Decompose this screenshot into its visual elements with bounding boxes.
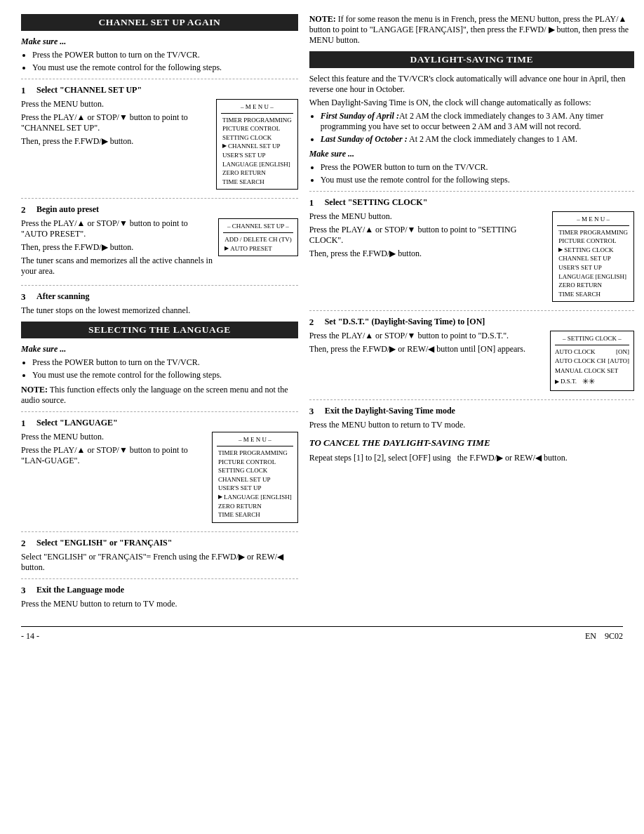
menu-item: USER'S SET UP bbox=[217, 484, 293, 493]
menu-item: ZERO RETURN bbox=[217, 502, 293, 511]
divider bbox=[21, 531, 298, 532]
step-number: 1 bbox=[309, 197, 319, 208]
note-french: NOTE: If for some reason the menu is in … bbox=[309, 14, 634, 46]
lang-step-3: 3 Exit the Language mode Press the MENU … bbox=[21, 585, 298, 609]
language-header: SELECTING THE LANGUAGE bbox=[21, 322, 298, 338]
menu-item-selected: AUTO PRESET bbox=[223, 244, 293, 253]
menu-item: ZERO RETURN bbox=[557, 281, 629, 290]
language-note: NOTE: This function effects only the lan… bbox=[21, 385, 298, 406]
divider bbox=[309, 399, 634, 400]
lang-step-1: 1 Select "LANGUAGE" – M E N U – TIMER PR… bbox=[21, 418, 298, 525]
menu-item-selected: CHANNEL SET UP bbox=[221, 142, 293, 151]
menu-item: TIMER PROGRAMMING bbox=[217, 449, 293, 458]
menu-box-auto-preset: – CHANNEL SET UP – ADD / DELETE CH (TV) … bbox=[218, 218, 297, 256]
menu-item: CHANNEL SET UP bbox=[217, 475, 293, 484]
menu-box-title: – CHANNEL SET UP – bbox=[223, 222, 293, 233]
cancel-section: TO CANCEL THE DAYLIGHT-SAVING TIME Repea… bbox=[309, 437, 634, 463]
channel-make-sure-label: Make sure ... bbox=[21, 37, 298, 47]
list-item: Press the POWER button to turn on the TV… bbox=[32, 50, 298, 60]
menu-item: CHANNEL SET UP bbox=[557, 254, 629, 263]
setting-clock-title: – SETTING CLOCK – bbox=[555, 334, 629, 345]
dst-label: D.S.T. bbox=[561, 377, 577, 387]
list-item: Last Sunday of October : At 2 AM the clo… bbox=[321, 134, 634, 145]
step-number: 3 bbox=[309, 406, 319, 417]
step-title: Exit the Daylight-Saving Time mode bbox=[325, 406, 455, 417]
divider bbox=[21, 79, 298, 79]
list-item: Press the POWER button to turn on the TV… bbox=[321, 162, 634, 173]
menu-item: ADD / DELETE CH (TV) bbox=[223, 235, 293, 244]
menu-box-language: – M E N U – TIMER PROGRAMMING PICTURE CO… bbox=[212, 432, 298, 522]
clock-value: [ON] bbox=[616, 348, 629, 357]
menu-item: SETTING CLOCK bbox=[221, 133, 293, 143]
setting-clock-row: MANUAL CLOCK SET bbox=[555, 366, 629, 376]
bottom-bar: - 14 - EN 9C02 bbox=[21, 626, 623, 642]
clock-label: AUTO CLOCK bbox=[555, 348, 596, 357]
menu-item: TIMER PROGRAMMING bbox=[221, 116, 293, 125]
channel-setup-header: CHANNEL SET UP AGAIN bbox=[21, 14, 298, 31]
step-number: 2 bbox=[21, 538, 31, 549]
step-body: Select "ENGLISH" or "FRANÇAIS"= French u… bbox=[21, 552, 298, 573]
daylight-header: DAYLIGHT-SAVING TIME bbox=[309, 51, 634, 68]
menu-item: USER'S SET UP bbox=[221, 151, 293, 160]
list-item: First Sunday of April :At 2 AM the clock… bbox=[321, 111, 634, 132]
channel-step-2: 2 Begin auto preset – CHANNEL SET UP – A… bbox=[21, 204, 298, 279]
divider bbox=[21, 285, 298, 286]
channel-step-1: 1 Select "CHANNEL SET UP" – M E N U – TI… bbox=[21, 85, 298, 192]
menu-item-selected: SETTING CLOCK bbox=[557, 246, 629, 255]
daylight-make-sure-list: Press the POWER button to turn on the TV… bbox=[309, 162, 634, 185]
menu-item: TIME SEARCH bbox=[217, 510, 293, 519]
step-title: Select "SETTING CLOCK" bbox=[325, 197, 428, 208]
daylight-intro: Select this feature and the TV/VCR's clo… bbox=[309, 74, 634, 95]
step-title: Select "ENGLISH" or "FRANÇAIS" bbox=[36, 538, 172, 549]
menu-box-title: – M E N U – bbox=[221, 102, 293, 114]
menu-item: USER'S SET UP bbox=[557, 263, 629, 272]
menu-box-dst1: – M E N U – TIMER PROGRAMMING PICTURE CO… bbox=[552, 211, 634, 302]
cancel-body: Repeat steps [1] to [2], select [OFF] us… bbox=[309, 453, 634, 463]
divider bbox=[21, 578, 298, 579]
menu-item: ZERO RETURN bbox=[221, 168, 293, 178]
menu-box-title: – M E N U – bbox=[217, 435, 293, 446]
clock-label: AUTO CLOCK CH bbox=[555, 357, 605, 366]
dst-step-1: 1 Select "SETTING CLOCK" – M E N U – TIM… bbox=[309, 197, 634, 305]
divider bbox=[21, 198, 298, 199]
step-title: Select "LANGUAGE" bbox=[36, 418, 118, 429]
dst-icon: ✳✳ bbox=[582, 376, 595, 388]
model-code: 9C02 bbox=[605, 631, 623, 641]
step-title: Exit the Language mode bbox=[36, 585, 124, 596]
channel-make-sure-list: Press the POWER button to turn on the TV… bbox=[21, 50, 298, 73]
menu-item: TIMER PROGRAMMING bbox=[557, 228, 629, 237]
right-column: NOTE: If for some reason the menu is in … bbox=[309, 14, 634, 614]
menu-item: PICTURE CONTROL bbox=[221, 124, 293, 133]
step-body: The tuner stops on the lowest memorized … bbox=[21, 305, 298, 316]
step-body: Press the MENU button to return to TV mo… bbox=[309, 420, 634, 430]
menu-box-channel-setup: – M E N U – TIMER PROGRAMMING PICTURE CO… bbox=[216, 99, 298, 190]
lang-code: EN bbox=[585, 631, 596, 641]
page-number: - 14 - bbox=[21, 631, 39, 642]
list-item: You must use the remote control for the … bbox=[321, 175, 634, 185]
menu-item: LANGUAGE [ENGLISH] bbox=[221, 160, 293, 169]
cancel-title: TO CANCEL THE DAYLIGHT-SAVING TIME bbox=[309, 437, 634, 449]
step-title: Set "D.S.T." (Daylight-Saving Time) to [… bbox=[325, 317, 485, 328]
menu-item-selected: LANGUAGE [ENGLISH] bbox=[217, 493, 293, 502]
divider bbox=[309, 191, 634, 192]
menu-item: PICTURE CONTROL bbox=[217, 458, 293, 467]
channel-setup-section: CHANNEL SET UP AGAIN Make sure ... Press… bbox=[21, 14, 298, 316]
step-title: Select "CHANNEL SET UP" bbox=[36, 85, 142, 96]
setting-clock-row: AUTO CLOCK [ON] bbox=[555, 348, 629, 357]
step-number: 2 bbox=[309, 317, 319, 328]
menu-item: PICTURE CONTROL bbox=[557, 237, 629, 246]
lang-model: EN 9C02 bbox=[585, 631, 623, 642]
step-number: 1 bbox=[21, 418, 31, 429]
list-item: Press the POWER button to turn on the TV… bbox=[32, 357, 298, 368]
step-title: Begin auto preset bbox=[36, 204, 99, 216]
step-number: 3 bbox=[21, 291, 31, 303]
lang-step-2: 2 Select "ENGLISH" or "FRANÇAIS" Select … bbox=[21, 538, 298, 573]
menu-item: SETTING CLOCK bbox=[217, 466, 293, 475]
left-column: CHANNEL SET UP AGAIN Make sure ... Press… bbox=[21, 14, 298, 614]
clock-label: MANUAL CLOCK SET bbox=[555, 366, 618, 376]
language-make-sure-list: Press the POWER button to turn on the TV… bbox=[21, 357, 298, 380]
menu-item: LANGUAGE [ENGLISH] bbox=[557, 272, 629, 282]
channel-step-3: 3 After scanning The tuner stops on the … bbox=[21, 291, 298, 316]
list-item: You must use the remote control for the … bbox=[32, 370, 298, 380]
dst-step-3: 3 Exit the Daylight-Saving Time mode Pre… bbox=[309, 406, 634, 430]
